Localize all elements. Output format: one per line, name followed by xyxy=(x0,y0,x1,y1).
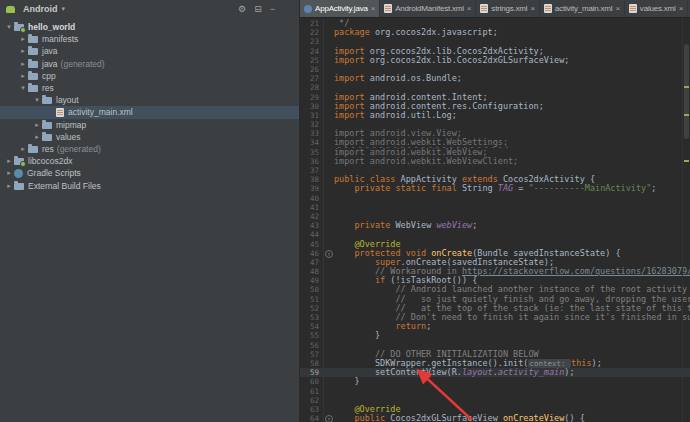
code-line-32[interactable]: 32 xyxy=(300,120,690,129)
code-line-36[interactable]: 36import android.webkit.WebViewClient; xyxy=(300,157,690,166)
tree-item-res[interactable]: ▾res xyxy=(0,82,299,94)
tree-item-libcocos2dx[interactable]: ▸libcocos2dx xyxy=(0,155,299,167)
code-line-53[interactable]: 53 // Don't need to finish it again sinc… xyxy=(300,313,690,322)
hide-panel-icon[interactable]: − xyxy=(270,4,275,14)
expand-arrow-icon[interactable]: ▾ xyxy=(18,84,28,92)
code-line-50[interactable]: 50 // Android launched another instance … xyxy=(300,285,690,294)
expand-arrow-icon[interactable]: ▾ xyxy=(4,23,14,31)
override-marker-icon[interactable] xyxy=(324,249,334,258)
expand-arrow-icon[interactable]: ▸ xyxy=(4,182,14,190)
warning-stripe-mark[interactable] xyxy=(684,114,689,116)
expand-arrow-icon[interactable]: ▸ xyxy=(18,47,28,55)
tree-item-values[interactable]: ▸values xyxy=(0,131,299,143)
chevron-down-icon[interactable]: ▾ xyxy=(62,5,66,13)
gutter-spacer xyxy=(324,359,334,368)
code-line-37[interactable]: 37 xyxy=(300,166,690,175)
code-line-31[interactable]: 31import android.util.Log; xyxy=(300,111,690,120)
code-line-47[interactable]: 47 super.onCreate(savedInstanceState); xyxy=(300,258,690,267)
scrollbar-thumb[interactable] xyxy=(684,44,689,139)
line-number: 30 xyxy=(300,102,324,111)
code-line-57[interactable]: 57 // DO OTHER INITIALIZATION BELOW xyxy=(300,350,690,359)
code-line-44[interactable]: 44 xyxy=(300,230,690,239)
editor[interactable]: 21 */22package org.cocos2dx.javascript;2… xyxy=(300,18,690,422)
close-icon[interactable]: × xyxy=(371,4,375,13)
expand-arrow-icon[interactable]: ▸ xyxy=(18,72,28,80)
code-line-27[interactable]: 27import android.os.Bundle; xyxy=(300,74,690,83)
warning-stripe-mark[interactable] xyxy=(684,160,689,162)
code-line-35[interactable]: 35import android.webkit.WebView; xyxy=(300,148,690,157)
expand-arrow-icon[interactable]: ▸ xyxy=(18,145,28,153)
code-line-56[interactable]: 56 xyxy=(300,341,690,350)
code-line-34[interactable]: 34import android.webkit.WebSettings; xyxy=(300,138,690,147)
expand-arrow-icon[interactable]: ▸ xyxy=(4,157,14,165)
code-line-21[interactable]: 21 */ xyxy=(300,19,690,28)
code-line-43[interactable]: 43 private WebView webView; xyxy=(300,221,690,230)
settings-icon[interactable]: ⚙ xyxy=(238,4,246,14)
expand-arrow-icon[interactable]: ▸ xyxy=(4,169,14,177)
expand-arrow-icon[interactable]: ▸ xyxy=(32,121,42,129)
code-line-55[interactable]: 55 } xyxy=(300,331,690,340)
close-icon[interactable]: × xyxy=(467,4,471,13)
expand-arrow-icon[interactable]: ▸ xyxy=(32,133,42,141)
code-line-59[interactable]: 59 setContentView(R.layout.activity_main… xyxy=(300,368,690,377)
tree-item-java[interactable]: ▸java(generated) xyxy=(0,58,299,70)
project-view-selector[interactable]: Android xyxy=(23,4,58,14)
close-icon[interactable]: × xyxy=(530,4,534,13)
tree-item-activity_main.xml[interactable]: activity_main.xml xyxy=(0,106,299,118)
line-number: 26 xyxy=(300,65,324,74)
code-line-60[interactable]: 60 } xyxy=(300,377,690,386)
code-line-62[interactable]: 62 xyxy=(300,396,690,405)
close-icon[interactable]: × xyxy=(679,4,683,13)
code-line-52[interactable]: 52 // at the top of the stack (ie: the l… xyxy=(300,304,690,313)
token: "----------MainActivity" xyxy=(528,184,651,193)
code-line-26[interactable]: 26 xyxy=(300,65,690,74)
tree-item-mipmap[interactable]: ▸mipmap xyxy=(0,119,299,131)
code-line-64[interactable]: 64 public Cocos2dxGLSurfaceView onCreate… xyxy=(300,414,690,422)
code-line-22[interactable]: 22package org.cocos2dx.javascript; xyxy=(300,28,690,37)
tree-item-hello_world[interactable]: ▾hello_world xyxy=(0,21,299,33)
code-line-45[interactable]: 45 @Override xyxy=(300,240,690,249)
code-line-29[interactable]: 29import android.content.Intent; xyxy=(300,93,690,102)
tab-androidmanifest.xml[interactable]: AndroidManifest.xml× xyxy=(380,0,476,17)
collapse-all-icon[interactable]: ⊟ xyxy=(254,4,262,14)
code-line-40[interactable]: 40 xyxy=(300,194,690,203)
code-line-49[interactable]: 49 if (!isTaskRoot()) { xyxy=(300,276,690,285)
tree-item-java[interactable]: ▸java xyxy=(0,45,299,57)
code-line-58[interactable]: 58 SDKWrapper.getInstance().init(context… xyxy=(300,359,690,368)
code-line-33[interactable]: 33import android.view.View; xyxy=(300,129,690,138)
code-line-28[interactable]: 28 xyxy=(300,83,690,92)
override-marker-icon[interactable] xyxy=(324,414,334,422)
tab-appactivity.java[interactable]: AppActivity.java× xyxy=(300,0,380,17)
tab-strings.xml[interactable]: strings.xml× xyxy=(476,0,540,17)
code-line-61[interactable]: 61 xyxy=(300,387,690,396)
code-line-54[interactable]: 54 return; xyxy=(300,322,690,331)
code-line-23[interactable]: 23 xyxy=(300,37,690,46)
code-text xyxy=(334,212,690,221)
code-line-38[interactable]: 38public class AppActivity extends Cocos… xyxy=(300,175,690,184)
tab-activity_main.xml[interactable]: activity_main.xml× xyxy=(540,0,625,17)
warning-stripe-mark[interactable] xyxy=(684,86,689,88)
code-line-42[interactable]: 42 xyxy=(300,212,690,221)
close-icon[interactable]: × xyxy=(615,4,619,13)
code-line-24[interactable]: 24import org.cocos2dx.lib.Cocos2dxActivi… xyxy=(300,47,690,56)
tree-item-gradle-scripts[interactable]: ▸Gradle Scripts xyxy=(0,167,299,179)
code-line-39[interactable]: 39 private static final String TAG = "--… xyxy=(300,184,690,193)
editor-scrollbar[interactable] xyxy=(682,18,690,422)
code-line-25[interactable]: 25import org.cocos2dx.lib.Cocos2dxGLSurf… xyxy=(300,56,690,65)
code-line-51[interactable]: 51 // so just quietly finish and go away… xyxy=(300,295,690,304)
tab-values.xml[interactable]: values.xml× xyxy=(625,0,688,17)
code-line-30[interactable]: 30import android.content.res.Configurati… xyxy=(300,102,690,111)
code-line-41[interactable]: 41 xyxy=(300,203,690,212)
expand-arrow-icon[interactable]: ▸ xyxy=(18,60,28,68)
code-area[interactable]: 21 */22package org.cocos2dx.javascript;2… xyxy=(300,18,690,422)
tree-item-res[interactable]: ▸res(generated) xyxy=(0,143,299,155)
tree-item-cpp[interactable]: ▸cpp xyxy=(0,70,299,82)
tree-item-manifests[interactable]: ▸manifests xyxy=(0,33,299,45)
code-line-46[interactable]: 46 protected void onCreate(Bundle savedI… xyxy=(300,249,690,258)
code-line-63[interactable]: 63 @Override xyxy=(300,405,690,414)
expand-arrow-icon[interactable]: ▾ xyxy=(32,96,42,104)
expand-arrow-icon[interactable]: ▸ xyxy=(18,35,28,43)
code-line-48[interactable]: 48 // Workaround in https://stackoverflo… xyxy=(300,267,690,276)
tree-item-layout[interactable]: ▾layout xyxy=(0,94,299,106)
tree-item-external-build-files[interactable]: ▸External Build Files xyxy=(0,179,299,191)
